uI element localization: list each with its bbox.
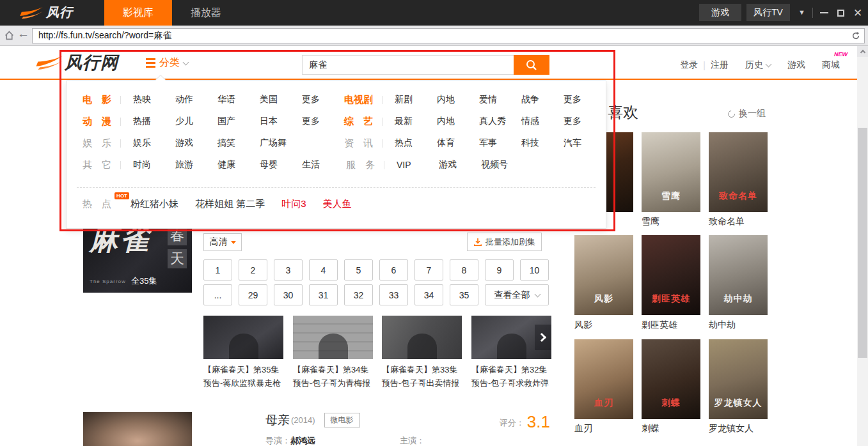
games-link[interactable]: 游戏 <box>787 59 805 71</box>
episode-button[interactable]: 8 <box>450 259 478 281</box>
category-link[interactable]: 体育 <box>437 137 479 149</box>
scrollbar[interactable] <box>857 46 868 446</box>
category-link[interactable]: 生活 <box>302 159 344 171</box>
category-header-entertainment[interactable]: 娱 乐 <box>83 137 118 150</box>
history-link[interactable]: 历史 <box>745 59 771 71</box>
games-titlebar-button[interactable]: 游戏 <box>699 4 741 21</box>
recommend-poster[interactable]: 劫中劫 <box>709 235 768 315</box>
episode-button[interactable]: 2 <box>239 259 267 281</box>
episode-button[interactable]: 32 <box>344 284 373 305</box>
recommend-poster[interactable]: 风影 <box>574 235 633 315</box>
hot-link[interactable]: 粉红猪小妹 <box>130 198 178 210</box>
view-all-button[interactable]: 查看全部 <box>485 284 549 305</box>
category-link[interactable]: 少儿 <box>175 116 217 127</box>
category-link[interactable]: 更多 <box>564 116 606 127</box>
episode-button[interactable]: 9 <box>485 259 514 281</box>
preview-caption[interactable]: 【麻雀春天】第33集预告-包子哥出卖情报 <box>382 363 466 390</box>
category-link[interactable]: 美国 <box>260 94 302 105</box>
category-link[interactable]: 游戏 <box>175 137 217 149</box>
recommend-label[interactable]: 风影 <box>574 319 638 331</box>
hot-link[interactable]: 叶问3 <box>281 198 306 210</box>
category-header-tv[interactable]: 电视剧 <box>344 94 379 106</box>
category-link[interactable]: 华语 <box>217 94 260 105</box>
episode-button[interactable]: 6 <box>379 259 408 281</box>
preview-caption[interactable]: 【麻雀春天】第34集预告-包子哥为青梅报 <box>293 363 377 390</box>
category-link[interactable]: 搞笑 <box>217 137 260 149</box>
hot-link[interactable]: 美人鱼 <box>323 198 352 210</box>
episode-button[interactable]: 35 <box>450 284 478 305</box>
category-menu-trigger[interactable]: 分类 <box>146 56 188 70</box>
mall-link[interactable]: 商城 NEW <box>822 59 840 71</box>
preview-thumbnail[interactable] <box>293 316 373 359</box>
preview-thumbnail[interactable] <box>382 316 462 359</box>
episode-button[interactable]: 29 <box>239 284 267 305</box>
category-link[interactable]: 游戏 <box>439 159 481 171</box>
maximize-button[interactable] <box>833 0 848 26</box>
category-link[interactable]: 动作 <box>175 94 217 105</box>
category-link[interactable]: 时尚 <box>133 159 175 171</box>
search-input[interactable] <box>302 55 514 75</box>
recommend-poster[interactable]: 罗龙镇女人 <box>709 339 768 419</box>
category-link[interactable]: 战争 <box>521 94 564 105</box>
episode-button[interactable]: 3 <box>274 259 303 281</box>
category-header-other[interactable]: 其 它 <box>83 159 118 171</box>
category-link[interactable]: 广场舞 <box>260 137 302 149</box>
search-button[interactable] <box>514 55 549 75</box>
category-link[interactable]: 最新 <box>395 116 437 127</box>
minimize-button[interactable] <box>816 0 832 26</box>
category-link[interactable]: 日本 <box>260 116 302 127</box>
tab-player[interactable]: 播放器 <box>172 0 240 26</box>
category-header-service[interactable]: 服 务 <box>346 159 381 171</box>
category-link[interactable]: 更多 <box>302 94 344 105</box>
hot-link[interactable]: 花样姐姐 第二季 <box>195 198 265 210</box>
recommend-label[interactable]: 血刃 <box>574 423 638 434</box>
recommend-poster[interactable]: 剿匪英雄 <box>642 235 700 315</box>
recommend-label[interactable]: 致命名单 <box>709 216 773 227</box>
recommend-poster[interactable]: 刺蝶 <box>642 339 700 419</box>
category-link[interactable]: 母婴 <box>260 159 302 171</box>
episode-button[interactable]: 31 <box>309 284 338 305</box>
category-link[interactable]: 热点 <box>395 137 437 149</box>
carousel-next-button[interactable] <box>535 325 551 350</box>
category-link[interactable]: 娱乐 <box>133 137 175 149</box>
category-link[interactable]: 爱情 <box>479 94 521 105</box>
titlebar-dropdown-icon[interactable]: ▼ <box>798 8 805 16</box>
home-icon[interactable] <box>4 30 15 41</box>
preview-thumbnail[interactable] <box>203 316 283 359</box>
category-link[interactable]: 内地 <box>437 94 479 105</box>
preview-caption[interactable]: 【麻雀春天】第32集预告-包子哥求救炸弹 <box>471 363 555 390</box>
episode-button[interactable]: 5 <box>344 259 373 281</box>
recommend-poster[interactable]: 致命名单 <box>709 132 768 212</box>
recommend-poster[interactable]: 血刃 <box>574 339 633 419</box>
refresh-icon[interactable] <box>848 29 864 43</box>
login-link[interactable]: 登录 <box>680 59 698 71</box>
episode-button[interactable]: 1 <box>203 259 232 281</box>
category-header-anime[interactable]: 动 漫 <box>83 116 118 128</box>
recommend-label[interactable]: 雪鹰 <box>642 216 706 227</box>
category-link[interactable]: 国产 <box>217 116 260 127</box>
recommend-label[interactable]: 刺蝶 <box>642 423 706 434</box>
category-link[interactable]: VIP <box>397 160 439 170</box>
category-link[interactable]: 更多 <box>302 116 344 127</box>
episode-button[interactable]: 30 <box>274 284 303 305</box>
category-link[interactable]: 科技 <box>521 137 564 149</box>
category-header-news[interactable]: 资 讯 <box>344 137 379 150</box>
tab-media-library[interactable]: 影视库 <box>104 0 172 26</box>
episode-ellipsis-button[interactable]: ... <box>203 284 232 305</box>
episode-button[interactable]: 34 <box>414 284 443 305</box>
category-link[interactable]: 新剧 <box>395 94 437 105</box>
episode-button[interactable]: 10 <box>520 259 549 281</box>
url-bar[interactable]: http://fs.fun.tv/search/?word=麻雀 <box>32 28 865 43</box>
back-icon[interactable]: ← <box>17 27 29 41</box>
scrollbar-up-arrow[interactable] <box>857 46 868 57</box>
category-link[interactable]: 健康 <box>217 159 260 171</box>
movie-title[interactable]: 母亲 <box>265 412 290 429</box>
category-link[interactable]: 情感 <box>521 116 564 127</box>
recommend-label[interactable]: 罗龙镇女人 <box>709 423 773 434</box>
category-link[interactable]: 内地 <box>437 116 479 127</box>
recommend-label[interactable]: 剿匪英雄 <box>642 319 706 331</box>
refresh-group-button[interactable]: 换一组 <box>728 108 766 119</box>
recommend-label[interactable]: 劫中劫 <box>709 319 773 331</box>
category-header-movie[interactable]: 电 影 <box>83 94 118 106</box>
funtv-titlebar-button[interactable]: 风行TV <box>746 4 790 21</box>
